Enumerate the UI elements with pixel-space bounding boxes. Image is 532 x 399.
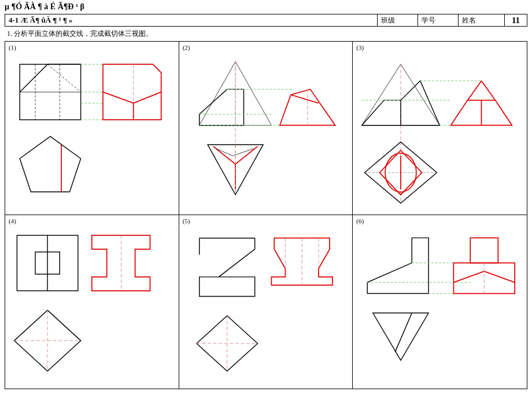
- instruction-text: 1. 分析平面立体的截交线，完成截切体三视图。: [0, 27, 532, 41]
- exercise-cell-6: (6): [353, 215, 527, 389]
- page-title: µ ¶Ó ÃÀ ¶ à É Ã¶Ð ¹ β: [0, 0, 532, 14]
- cell-label-2: (2): [183, 44, 190, 51]
- cell-label-5: (5): [183, 217, 190, 224]
- chapter-label: 4-1 Æ Ã¶ ûÀ ¶ ¹ ¶ »: [5, 14, 378, 26]
- diagram-4: [9, 219, 175, 385]
- diagram-1: [9, 45, 175, 211]
- exercise-cell-5: (5): [179, 215, 353, 389]
- cell-label-3: (3): [356, 44, 364, 51]
- diagram-3: [356, 45, 523, 211]
- header-row: 4-1 Æ Ã¶ ûÀ ¶ ¹ ¶ » 班级 学号 姓名 11: [5, 14, 527, 27]
- svg-line-26: [482, 81, 496, 101]
- page-number: 11: [505, 14, 527, 26]
- diagram-6: [356, 219, 523, 385]
- exercise-cell-1: (1): [5, 42, 179, 215]
- exercise-cell-2: (2): [179, 42, 353, 215]
- diagram-2: [183, 45, 349, 211]
- cell-label-4: (4): [9, 217, 16, 224]
- exercise-grid: (1) (2): [5, 41, 527, 389]
- diagram-5: [183, 219, 349, 385]
- cell-label-1: (1): [9, 44, 16, 51]
- svg-line-25: [468, 81, 482, 101]
- exercise-cell-3: (3): [353, 42, 527, 215]
- cell-label-6: (6): [356, 217, 364, 224]
- svg-line-2: [47, 64, 81, 92]
- name-label: 姓名: [459, 14, 505, 26]
- svg-rect-46: [471, 238, 498, 263]
- id-label: 学号: [418, 14, 459, 26]
- class-label: 班级: [378, 14, 418, 26]
- exercise-cell-4: (4): [5, 215, 179, 389]
